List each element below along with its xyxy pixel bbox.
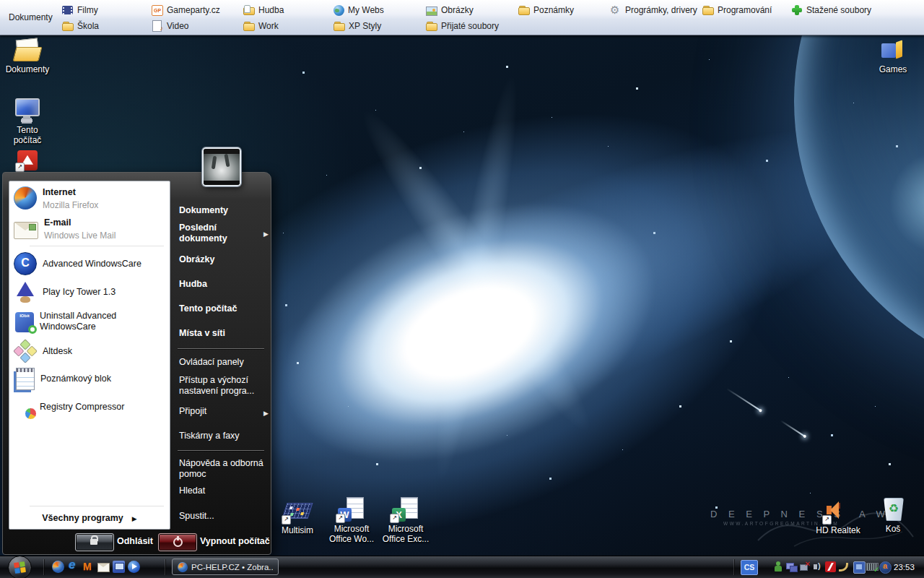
start-button[interactable] — [8, 556, 32, 578]
desktop-icon-multisim[interactable]: Multisim — [270, 499, 325, 535]
desktop-icon-tento-pocitac[interactable]: Tento počítač — [0, 98, 55, 145]
menu-item-spustit[interactable]: Spustit... — [173, 511, 267, 522]
start-menu-footer: Odhlásit Vypnout počítač — [3, 530, 271, 554]
taskbar-divider — [43, 559, 44, 575]
toolbar-item-dokumenty[interactable]: Dokumenty — [9, 10, 53, 25]
toolbar-item-prijate-soubory[interactable]: Přijaté soubory — [426, 19, 499, 33]
menu-item-internet[interactable]: Internet Mozilla Firefox — [14, 184, 167, 212]
menu-item-label: Tento počítač — [179, 303, 237, 314]
menu-item-title: E-mail — [44, 217, 71, 228]
quicklaunch-mail-icon[interactable] — [97, 563, 110, 572]
toolbar-item-hudba[interactable]: Hudba — [243, 3, 284, 17]
menu-item-ovladaci-panely[interactable]: Ovládací panely — [173, 357, 267, 368]
games-cube-icon — [879, 38, 907, 62]
language-indicator[interactable]: CS — [741, 560, 758, 575]
menu-item-email[interactable]: E-mail Windows Live Mail — [14, 214, 167, 243]
toolbar-item-filmy[interactable]: Filmy — [62, 3, 98, 17]
tray-user-icon[interactable] — [772, 561, 783, 572]
user-avatar[interactable] — [202, 147, 241, 186]
power-icon — [173, 538, 183, 547]
toolbar-item-gameparty[interactable]: Gameparty.cz — [152, 3, 220, 17]
menu-item-posledni-dokumenty[interactable]: Poslední dokumenty — [173, 223, 267, 244]
quicklaunch-miranda-icon[interactable] — [82, 561, 95, 573]
tray-hook-icon[interactable] — [839, 563, 848, 571]
menu-separator — [178, 348, 264, 349]
quicklaunch-ie-icon[interactable] — [67, 561, 79, 573]
taskbar-clock[interactable]: 23:53 — [894, 556, 915, 578]
desktop-icon-kos[interactable]: Koš — [866, 497, 920, 534]
task-button-pchelp[interactable]: PC-HELP.CZ • Zobra... — [172, 558, 279, 575]
toolbar-item-programovani[interactable]: Programování — [702, 3, 772, 17]
menu-item-hudba[interactable]: Hudba — [173, 279, 267, 290]
toolbar-item-programky-drivery[interactable]: Prográmky, drivery — [610, 3, 697, 17]
menu-item-label: Dokumenty — [179, 205, 228, 215]
desktop-icon-dokumenty[interactable]: Dokumenty — [0, 38, 55, 74]
taskbar-divider — [733, 559, 734, 575]
toolbar-item-video[interactable]: Video — [152, 19, 188, 33]
menu-item-label: Připojit — [179, 406, 206, 416]
toolbar-item-skola[interactable]: Škola — [62, 19, 99, 33]
all-programs-button[interactable]: Všechny programy — [9, 510, 170, 526]
shortcut-arrow-icon — [15, 163, 25, 172]
menu-item-label: Přístup a výchozí nastavení progra... — [179, 375, 254, 396]
quicklaunch-messenger-icon[interactable] — [113, 561, 125, 573]
toolbar-item-label: Dokumenty — [9, 12, 53, 22]
toolbar-item-label: Gameparty.cz — [167, 5, 220, 15]
submenu-arrow-icon — [132, 513, 137, 523]
shutdown-button[interactable] — [158, 533, 197, 551]
toolbar-item-my-webs[interactable]: My Webs — [334, 3, 384, 17]
tray-antivirus-icon[interactable] — [825, 561, 836, 572]
desktop-icon-label: HD Realtek — [811, 525, 866, 535]
logoff-button[interactable] — [75, 533, 114, 551]
toolbar-item-work[interactable]: Work — [243, 19, 279, 33]
menu-item-altdesk[interactable]: Altdesk — [14, 337, 167, 365]
quicklaunch-media-player-icon[interactable] — [128, 561, 140, 573]
desktop-icon-games[interactable]: Games — [866, 38, 920, 74]
menu-item-pripojit[interactable]: Připojit — [173, 406, 267, 417]
menu-item-label: Spustit... — [179, 511, 214, 521]
desktop-icon-label: Games — [866, 64, 920, 74]
menu-item-dokumenty[interactable]: Dokumenty — [173, 205, 267, 216]
tray-network-icon[interactable] — [786, 561, 797, 572]
menu-item-uninstall-windowscare[interactable]: Uninstall Advanced WindowsCare — [14, 306, 167, 337]
menu-item-pristup-nastaveni[interactable]: Přístup a výchozí nastavení progra... — [173, 375, 267, 397]
all-programs-label: Všechny programy — [42, 513, 123, 523]
toolbar-item-poznamky[interactable]: Poznámky — [518, 3, 574, 17]
tray-network-disconnected-icon[interactable] — [800, 561, 811, 572]
menu-item-tento-pocitac[interactable]: Tento počítač — [173, 303, 267, 314]
submenu-arrow-icon — [263, 407, 269, 419]
menu-item-label: Nápověda a odborná pomoc — [179, 458, 263, 479]
desktop-icon-hd-realtek[interactable]: HD Realtek — [811, 499, 866, 535]
quicklaunch-firefox-icon[interactable] — [52, 561, 64, 573]
menu-separator — [30, 506, 164, 506]
menu-item-napoveda[interactable]: Nápověda a odborná pomoc — [173, 458, 267, 480]
tray-keyboard-icon[interactable] — [866, 563, 879, 571]
tray-volume-icon[interactable] — [813, 561, 824, 572]
toolbar-item-obrazky[interactable]: Obrázky — [426, 3, 474, 17]
toolbar-item-stazene-soubory[interactable]: Stažené soubory — [791, 3, 871, 17]
toolbar-item-xp-styly[interactable]: XP Styly — [334, 19, 381, 33]
menu-separator — [178, 450, 264, 451]
desktop-icon-label: Microsoft Office Wo... — [326, 524, 378, 544]
menu-item-hledat[interactable]: Hledat — [173, 486, 267, 496]
menu-item-registry-compressor[interactable]: Registry Compressor — [14, 393, 167, 420]
menu-item-advanced-windowscare[interactable]: Advanced WindowsCare — [14, 250, 167, 277]
start-menu: Internet Mozilla Firefox E-mail Windows … — [2, 172, 271, 555]
menu-item-title: Registry Compressor — [40, 402, 124, 413]
desktop-icon-excel[interactable]: X Microsoft Office Exc... — [378, 497, 433, 544]
menu-item-tiskarny-a-faxy[interactable]: Tiskárny a faxy — [173, 431, 267, 441]
desktop-icon-word[interactable]: W Microsoft Office Wo... — [324, 497, 379, 544]
menu-item-obrazky[interactable]: Obrázky — [173, 254, 267, 265]
shortcut-arrow-icon — [822, 515, 832, 525]
tray-app-icon[interactable] — [853, 561, 866, 574]
recycle-bin-icon — [884, 498, 904, 521]
menu-item-mista-v-siti[interactable]: Místa v síti — [173, 328, 267, 339]
desktop-icon-label: Koš — [866, 524, 920, 534]
folder-icon — [334, 20, 345, 32]
tray-avast-icon[interactable] — [879, 561, 892, 574]
menu-item-label: Hudba — [179, 279, 207, 289]
taskbar: PC-HELP.CZ • Zobra... CS 23:53 — [0, 556, 924, 578]
desktop-icon-adobe-reader[interactable] — [0, 150, 55, 173]
menu-item-poznamkovy-blok[interactable]: Poznámkový blok — [14, 365, 167, 392]
menu-item-icy-tower[interactable]: Play Icy Tower 1.3 — [14, 278, 167, 306]
